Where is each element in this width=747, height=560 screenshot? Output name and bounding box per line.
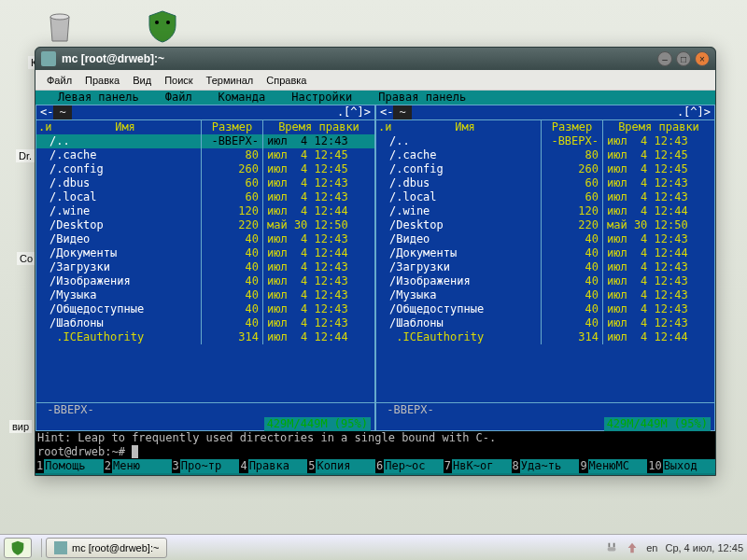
svg-point-0 bbox=[50, 14, 69, 20]
window-title: mc [root@drweb]:~ bbox=[62, 52, 657, 65]
menu-Вид[interactable]: Вид bbox=[127, 73, 157, 88]
file-row[interactable]: /Документы40июл 4 12:44 bbox=[36, 246, 374, 260]
file-row[interactable]: /Видео40июл 4 12:43 bbox=[36, 232, 374, 246]
menu-Правка[interactable]: Правка bbox=[79, 73, 125, 88]
svg-rect-4 bbox=[613, 542, 615, 546]
file-row[interactable]: /Музыка40июл 4 12:43 bbox=[376, 288, 714, 302]
file-row[interactable]: /.local60июл 4 12:43 bbox=[36, 190, 374, 204]
file-row[interactable]: /Desktop220май 30 12:50 bbox=[36, 218, 374, 232]
fkey-3[interactable]: 3Про~тр bbox=[172, 459, 240, 473]
arrow-up-icon[interactable] bbox=[626, 541, 639, 554]
svg-point-1 bbox=[155, 21, 159, 24]
file-row[interactable]: /Загрузки40июл 4 12:43 bbox=[36, 260, 374, 274]
file-row[interactable]: /Общедоступные40июл 4 12:43 bbox=[376, 302, 714, 316]
app-icon bbox=[41, 51, 56, 66]
task-label: mc [root@drweb]:~ bbox=[72, 542, 159, 553]
file-row[interactable]: /..-ВВЕРХ-июл 4 12:43 bbox=[36, 134, 374, 148]
svg-point-2 bbox=[166, 21, 170, 24]
fkey-1[interactable]: 1Помощь bbox=[35, 459, 104, 473]
plug-icon bbox=[605, 541, 618, 554]
file-row[interactable]: /Шаблоны40июл 4 12:43 bbox=[36, 316, 374, 330]
file-row[interactable]: /.config260июл 4 12:45 bbox=[376, 162, 714, 176]
fkey-9[interactable]: 9МенюMC bbox=[579, 459, 647, 473]
file-row[interactable]: /.local60июл 4 12:43 bbox=[376, 190, 714, 204]
drweb-shield-icon[interactable] bbox=[140, 7, 185, 52]
system-tray[interactable]: en Ср, 4 июл, 12:45 bbox=[605, 541, 743, 554]
clock[interactable]: Ср, 4 июл, 12:45 bbox=[665, 542, 743, 553]
fkey-8[interactable]: 8Уда~ть bbox=[512, 459, 580, 473]
svg-rect-3 bbox=[609, 542, 611, 546]
taskbar[interactable]: mc [root@drweb]:~ en Ср, 4 июл, 12:45 bbox=[0, 534, 747, 560]
left-panel[interactable]: <- ~.[^]>.иИмяРазмерВремя правки/..-ВВЕР… bbox=[35, 105, 375, 431]
file-row[interactable]: .ICEauthority314июл 4 12:44 bbox=[36, 330, 374, 344]
fkey-4[interactable]: 4Правка bbox=[239, 459, 307, 473]
file-row[interactable]: /Загрузки40июл 4 12:43 bbox=[376, 260, 714, 274]
menu-Терминал[interactable]: Терминал bbox=[201, 73, 260, 88]
shell-prompt[interactable]: root@drweb:~# bbox=[35, 445, 715, 459]
mc-menu-item[interactable]: Правая панель bbox=[365, 91, 479, 105]
start-button[interactable] bbox=[4, 538, 32, 558]
mc-menu-item[interactable]: Левая панель bbox=[45, 91, 152, 105]
mc-menu-item[interactable]: Файл bbox=[152, 91, 205, 105]
minimize-button[interactable]: – bbox=[657, 51, 672, 66]
file-row[interactable]: /.cache80июл 4 12:45 bbox=[376, 148, 714, 162]
svg-rect-5 bbox=[608, 547, 616, 551]
file-row[interactable]: /.dbus60июл 4 12:43 bbox=[376, 176, 714, 190]
fkey-7[interactable]: 7НвК~ог bbox=[444, 459, 512, 473]
file-row[interactable]: /Desktop220май 30 12:50 bbox=[376, 218, 714, 232]
file-row[interactable]: /Изображения40июл 4 12:43 bbox=[36, 274, 374, 288]
file-row[interactable]: /Шаблоны40июл 4 12:43 bbox=[376, 316, 714, 330]
menu-Справка[interactable]: Справка bbox=[261, 73, 312, 88]
fkey-6[interactable]: 6Пер~ос bbox=[375, 459, 444, 473]
file-row[interactable]: /Документы40июл 4 12:44 bbox=[376, 246, 714, 260]
fkey-2[interactable]: 2Меню bbox=[104, 459, 172, 473]
taskbar-task[interactable]: mc [root@drweb]:~ bbox=[46, 538, 167, 558]
file-row[interactable]: /Изображения40июл 4 12:43 bbox=[376, 274, 714, 288]
fkey-5[interactable]: 5Копия bbox=[307, 459, 375, 473]
fkey-bar[interactable]: 1Помощь2Меню3Про~тр4Правка5Копия6Пер~ос7… bbox=[35, 459, 715, 473]
file-row[interactable]: .ICEauthority314июл 4 12:44 bbox=[376, 330, 714, 344]
mc-menu-item[interactable]: Настройки bbox=[278, 91, 365, 105]
maximize-button[interactable]: □ bbox=[676, 51, 691, 66]
trash-icon[interactable] bbox=[37, 7, 82, 52]
close-button[interactable]: × bbox=[695, 51, 710, 66]
fkey-10[interactable]: 10Выход bbox=[647, 459, 715, 473]
desktop-label: Со bbox=[17, 252, 35, 265]
file-row[interactable]: /Музыка40июл 4 12:43 bbox=[36, 288, 374, 302]
file-row[interactable]: /.cache80июл 4 12:45 bbox=[36, 148, 374, 162]
file-row[interactable]: /..-ВВЕРХ-июл 4 12:43 bbox=[376, 134, 714, 148]
file-row[interactable]: /Видео40июл 4 12:43 bbox=[376, 232, 714, 246]
task-icon bbox=[54, 541, 67, 554]
right-panel[interactable]: <- ~.[^]>.иИмяРазмерВремя правки/..-ВВЕР… bbox=[375, 105, 715, 431]
hint-line: Hint: Leap to frequently used directorie… bbox=[35, 431, 715, 445]
mc-menu-item[interactable]: Команда bbox=[205, 91, 279, 105]
desktop-label: вир bbox=[9, 420, 32, 433]
file-row[interactable]: /.wine120июл 4 12:44 bbox=[36, 204, 374, 218]
gtk-menubar: ФайлПравкаВидПоискТерминалСправка bbox=[35, 70, 715, 91]
lang-indicator[interactable]: en bbox=[646, 542, 657, 553]
terminal-window: mc [root@drweb]:~ – □ × ФайлПравкаВидПои… bbox=[35, 47, 716, 476]
desktop-label: Dr. bbox=[16, 149, 35, 162]
file-row[interactable]: /Общедоступные40июл 4 12:43 bbox=[36, 302, 374, 316]
file-row[interactable]: /.config260июл 4 12:45 bbox=[36, 162, 374, 176]
menu-Файл[interactable]: Файл bbox=[41, 73, 78, 88]
file-row[interactable]: /.wine120июл 4 12:44 bbox=[376, 204, 714, 218]
menu-Поиск[interactable]: Поиск bbox=[159, 73, 198, 88]
titlebar[interactable]: mc [root@drweb]:~ – □ × bbox=[35, 48, 715, 70]
mc-menubar[interactable]: Левая панельФайлКомандаНастройкиПравая п… bbox=[35, 91, 715, 105]
terminal-body[interactable]: Левая панельФайлКомандаНастройкиПравая п… bbox=[35, 91, 715, 475]
file-row[interactable]: /.dbus60июл 4 12:43 bbox=[36, 176, 374, 190]
